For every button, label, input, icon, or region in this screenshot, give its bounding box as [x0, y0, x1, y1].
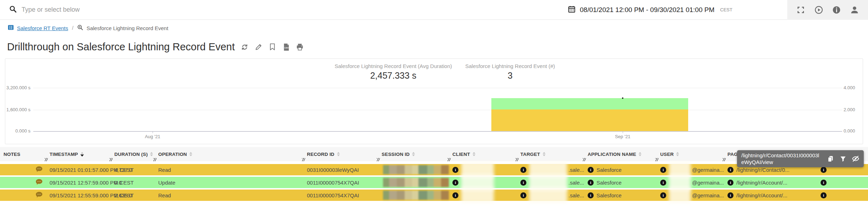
sort-icon — [543, 152, 546, 156]
column-resize-grip[interactable] — [723, 158, 726, 161]
cell-record-id: 0011I00000754X7QAI — [303, 180, 378, 186]
details-info-icon[interactable]: i — [821, 167, 827, 173]
breadcrumb-current: Salesforce Lightning Record Event — [86, 25, 168, 31]
avg-duration-point[interactable] — [622, 97, 623, 99]
cell-target-suffix: .sale... — [569, 192, 584, 198]
page-url-info-icon[interactable]: i — [727, 167, 733, 173]
refresh-icon[interactable] — [241, 43, 249, 51]
search-input[interactable] — [22, 6, 517, 13]
target-info-icon[interactable]: i — [520, 192, 526, 198]
x-label-aug: Aug '21 — [137, 134, 169, 139]
column-resize-grip[interactable] — [583, 158, 586, 161]
sort-icon — [676, 152, 679, 156]
note-bubble-icon[interactable] — [35, 191, 43, 199]
chart-plot-area[interactable]: 3,200.000 s 1,600.000 s 0.000 s 4.000 2.… — [33, 59, 842, 144]
column-resize-grip[interactable] — [655, 158, 658, 161]
column-resize-grip[interactable] — [515, 158, 519, 161]
cell-operation: Update — [155, 180, 303, 186]
note-bubble-icon[interactable] — [35, 165, 43, 174]
column-resize-grip[interactable] — [302, 158, 305, 161]
cell-operation: Read — [155, 167, 303, 173]
top-bar: 08/01/2021 12:00 PM - 09/30/2021 01:00 P… — [0, 0, 868, 20]
application-info-icon[interactable]: i — [588, 180, 594, 186]
user-info-icon[interactable]: i — [660, 192, 666, 198]
col-header-operation[interactable]: OPERATION — [155, 152, 303, 157]
y-right-tick-2: 0.000 — [844, 128, 861, 134]
column-resize-grip[interactable] — [377, 158, 380, 161]
col-header-client[interactable]: CLIENT — [449, 152, 517, 157]
client-info-icon[interactable]: i — [452, 192, 458, 198]
details-info-icon[interactable]: i — [821, 192, 827, 198]
export-csv-icon[interactable]: CSV — [282, 43, 290, 51]
note-bubble-icon[interactable] — [35, 178, 43, 187]
cell-application-name: Salesforce — [596, 192, 622, 198]
target-info-icon[interactable]: i — [520, 167, 526, 173]
filter-icon[interactable] — [839, 155, 847, 163]
gridline-top — [33, 88, 842, 88]
print-icon[interactable] — [296, 43, 304, 51]
session-id-redacted — [383, 191, 449, 200]
cell-application-name: Salesforce — [596, 167, 622, 173]
target-info-icon[interactable]: i — [520, 180, 526, 186]
details-info-icon[interactable]: i — [821, 180, 827, 186]
column-resize-grip[interactable] — [45, 158, 48, 161]
client-info-icon[interactable]: i — [452, 167, 458, 173]
bar-segment-yellow[interactable] — [491, 109, 688, 131]
sort-icon — [639, 152, 641, 156]
y-left-tick-0: 3,200.000 s — [5, 85, 30, 90]
session-id-redacted — [383, 178, 449, 187]
col-header-user[interactable]: USER — [657, 152, 724, 157]
col-header-duration[interactable]: DURATION (S) — [111, 152, 155, 157]
application-info-icon[interactable]: i — [588, 167, 594, 173]
fullscreen-icon[interactable] — [796, 5, 805, 15]
column-resize-grip[interactable] — [447, 158, 451, 161]
info-icon[interactable] — [832, 5, 841, 15]
copy-icon[interactable] — [827, 155, 834, 163]
breadcrumb-separator: / — [72, 25, 74, 31]
bookmark-icon[interactable] — [268, 43, 276, 51]
column-resize-grip[interactable] — [153, 158, 156, 161]
gridline-mid — [33, 110, 842, 110]
y-left-tick-2: 0.000 s — [5, 128, 30, 134]
cell-target-suffix: .sale... — [569, 180, 584, 186]
col-header-application-name[interactable]: APPLICATION NAME — [584, 152, 657, 157]
play-icon[interactable] — [814, 5, 823, 15]
user-info-icon[interactable]: i — [660, 180, 666, 186]
y-right-tick-1: 2.000 — [844, 107, 861, 112]
cell-user-suffix: @germaina... — [692, 167, 724, 173]
cell-timestamp: 09/15/2021 12:55:59.000 PM CEST — [46, 192, 111, 198]
global-search[interactable] — [0, 5, 563, 14]
date-range-picker[interactable]: 08/01/2021 12:00 PM - 09/30/2021 01:00 P… — [563, 5, 732, 15]
page-url-info-icon[interactable]: i — [727, 192, 733, 198]
user-icon[interactable] — [850, 5, 859, 15]
cell-timestamp: 09/15/2021 01:01:57.000 PM CEST — [46, 167, 111, 173]
breadcrumb-root-link[interactable]: Salesforce RT Events — [17, 25, 68, 31]
search-icon — [9, 5, 17, 14]
col-header-session-id[interactable]: SESSION ID — [378, 152, 449, 157]
col-header-notes[interactable]: NOTES — [0, 152, 46, 157]
session-id-redacted — [383, 165, 449, 174]
user-redacted — [669, 187, 691, 203]
cell-duration: 4,737.0 — [111, 167, 155, 173]
col-header-timestamp[interactable]: TIMESTAMP — [46, 152, 111, 157]
sort-icon — [337, 152, 340, 156]
table-row[interactable]: 09/15/2021 12:57:59.000 PM CEST 0.0 Upda… — [0, 177, 868, 188]
client-info-icon[interactable]: i — [452, 180, 458, 186]
page-url-info-icon[interactable]: i — [727, 180, 733, 186]
edit-icon[interactable] — [255, 43, 262, 51]
hide-eye-slash-icon[interactable] — [852, 155, 860, 163]
table-row[interactable]: 09/15/2021 12:55:59.000 PM CEST 2,635.0 … — [0, 190, 868, 201]
application-info-icon[interactable]: i — [588, 192, 594, 198]
cell-target-suffix: .sale... — [569, 167, 584, 173]
cell-record-id: 0031I000003leWyQAI — [303, 167, 378, 173]
cell-user-suffix: @germaina... — [692, 192, 724, 198]
x-tick-sep — [623, 131, 623, 133]
bar-segment-green[interactable] — [491, 98, 688, 109]
sort-icon-desc — [80, 152, 84, 157]
sort-icon — [473, 152, 475, 156]
column-resize-grip[interactable] — [109, 158, 113, 161]
x-tick-aug — [153, 131, 153, 133]
col-header-target[interactable]: TARGET — [517, 152, 584, 157]
col-header-record-id[interactable]: RECORD ID — [303, 152, 378, 157]
user-info-icon[interactable]: i — [660, 167, 666, 173]
